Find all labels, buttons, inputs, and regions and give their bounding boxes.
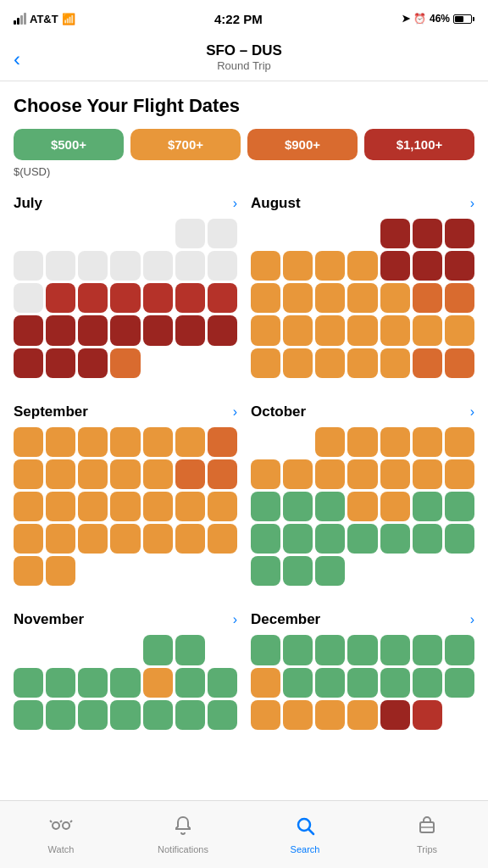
cal-cell[interactable]: [14, 492, 43, 521]
cal-cell[interactable]: [14, 668, 43, 698]
cal-cell[interactable]: [143, 315, 173, 345]
cal-cell[interactable]: [143, 492, 173, 521]
cal-cell[interactable]: [251, 459, 280, 489]
cal-cell[interactable]: [283, 315, 313, 345]
cal-cell[interactable]: [14, 427, 43, 457]
cal-cell[interactable]: [251, 219, 280, 248]
chevron-icon-november[interactable]: ›: [233, 612, 237, 627]
cal-cell[interactable]: [251, 635, 280, 665]
cal-cell[interactable]: [413, 283, 442, 313]
cal-cell[interactable]: [175, 556, 205, 586]
cal-cell[interactable]: [14, 283, 43, 313]
cal-cell[interactable]: [143, 635, 173, 665]
cal-cell[interactable]: [445, 556, 474, 586]
cal-cell[interactable]: [315, 668, 345, 698]
cal-cell[interactable]: [110, 251, 140, 281]
cal-cell[interactable]: [208, 251, 237, 281]
cal-cell[interactable]: [347, 524, 377, 554]
cal-cell[interactable]: [283, 700, 313, 730]
cal-cell[interactable]: [175, 251, 205, 281]
chevron-icon-august[interactable]: ›: [470, 196, 474, 211]
cal-cell[interactable]: [315, 315, 345, 345]
cal-cell[interactable]: [46, 492, 75, 521]
cal-cell[interactable]: [347, 492, 377, 521]
cal-cell[interactable]: [143, 219, 173, 248]
cal-cell[interactable]: [380, 556, 410, 586]
cal-cell[interactable]: [46, 635, 75, 665]
cal-cell[interactable]: [251, 524, 280, 554]
cal-cell[interactable]: [78, 700, 108, 730]
cal-cell[interactable]: [208, 635, 237, 665]
cal-cell[interactable]: [208, 459, 237, 489]
cal-cell[interactable]: [413, 315, 442, 345]
cal-cell[interactable]: [175, 219, 205, 248]
cal-cell[interactable]: [347, 556, 377, 586]
cal-cell[interactable]: [110, 556, 140, 586]
cal-cell[interactable]: [175, 315, 205, 345]
cal-cell[interactable]: [445, 348, 474, 378]
cal-cell[interactable]: [208, 427, 237, 457]
nav-search[interactable]: Search: [244, 809, 366, 861]
cal-cell[interactable]: [251, 700, 280, 730]
cal-cell[interactable]: [251, 668, 280, 698]
cal-cell[interactable]: [46, 668, 75, 698]
cal-cell[interactable]: [46, 556, 75, 586]
cal-cell[interactable]: [175, 348, 205, 378]
cal-cell[interactable]: [445, 283, 474, 313]
cal-cell[interactable]: [315, 251, 345, 281]
cal-cell[interactable]: [14, 700, 43, 730]
cal-cell[interactable]: [14, 251, 43, 281]
cal-cell[interactable]: [283, 492, 313, 521]
cal-cell[interactable]: [175, 524, 205, 554]
nav-watch[interactable]: Watch: [0, 809, 122, 861]
cal-cell[interactable]: [78, 251, 108, 281]
cal-cell[interactable]: [143, 251, 173, 281]
cal-cell[interactable]: [445, 668, 474, 698]
cal-cell[interactable]: [251, 251, 280, 281]
cal-cell[interactable]: [175, 492, 205, 521]
cal-cell[interactable]: [315, 427, 345, 457]
cal-cell[interactable]: [380, 668, 410, 698]
cal-cell[interactable]: [14, 524, 43, 554]
cal-cell[interactable]: [175, 283, 205, 313]
cal-cell[interactable]: [110, 348, 140, 378]
cal-cell[interactable]: [315, 635, 345, 665]
cal-cell[interactable]: [413, 556, 442, 586]
cal-cell[interactable]: [283, 459, 313, 489]
cal-cell[interactable]: [347, 348, 377, 378]
cal-cell[interactable]: [380, 315, 410, 345]
cal-cell[interactable]: [413, 427, 442, 457]
cal-cell[interactable]: [315, 459, 345, 489]
chevron-icon-october[interactable]: ›: [470, 404, 474, 420]
cal-cell[interactable]: [283, 427, 313, 457]
price-filter-1100[interactable]: $1,100+: [364, 129, 474, 160]
cal-cell[interactable]: [347, 427, 377, 457]
cal-cell[interactable]: [315, 556, 345, 586]
cal-cell[interactable]: [175, 668, 205, 698]
cal-cell[interactable]: [110, 700, 140, 730]
cal-cell[interactable]: [175, 635, 205, 665]
cal-cell[interactable]: [380, 459, 410, 489]
cal-cell[interactable]: [413, 219, 442, 248]
cal-cell[interactable]: [78, 348, 108, 378]
cal-cell[interactable]: [445, 459, 474, 489]
cal-cell[interactable]: [380, 524, 410, 554]
cal-cell[interactable]: [347, 635, 377, 665]
cal-cell[interactable]: [78, 459, 108, 489]
cal-cell[interactable]: [78, 556, 108, 586]
cal-cell[interactable]: [251, 283, 280, 313]
cal-cell[interactable]: [110, 283, 140, 313]
cal-cell[interactable]: [380, 219, 410, 248]
cal-cell[interactable]: [175, 427, 205, 457]
nav-trips[interactable]: Trips: [366, 809, 488, 861]
cal-cell[interactable]: [208, 315, 237, 345]
cal-cell[interactable]: [143, 668, 173, 698]
cal-cell[interactable]: [283, 524, 313, 554]
cal-cell[interactable]: [251, 492, 280, 521]
cal-cell[interactable]: [380, 283, 410, 313]
cal-cell[interactable]: [208, 219, 237, 248]
cal-cell[interactable]: [110, 427, 140, 457]
cal-cell[interactable]: [143, 700, 173, 730]
cal-cell[interactable]: [445, 251, 474, 281]
cal-cell[interactable]: [283, 251, 313, 281]
